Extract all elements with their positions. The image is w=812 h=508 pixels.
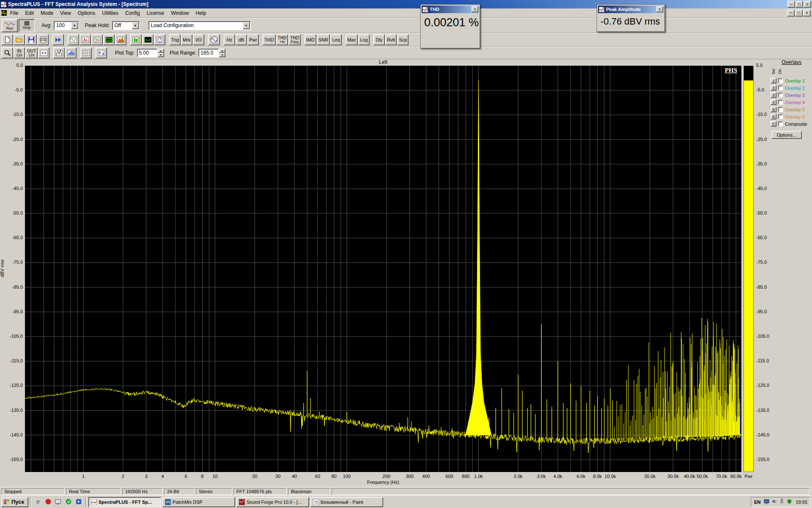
overlay-set-button-3[interactable]: 3	[771, 92, 776, 98]
peak-amplitude-close-button[interactable]: ×	[656, 6, 663, 12]
overlays-options-button[interactable]: Options...	[771, 131, 802, 139]
tray-shield-icon[interactable]	[787, 499, 792, 504]
overlay-set-button-6[interactable]: 6	[771, 114, 776, 119]
chevron-down-icon[interactable]: ▼	[132, 22, 139, 29]
menu-options[interactable]: Options	[74, 9, 99, 17]
launcher-blue-icon[interactable]	[74, 497, 83, 506]
menu-window[interactable]: Window	[167, 9, 192, 17]
spectrum-plot[interactable]: PHS	[25, 66, 741, 472]
tray-volume-icon[interactable]	[771, 499, 777, 504]
overlay-on-checkbox-2[interactable]	[778, 86, 783, 90]
peak-amplitude-window[interactable]: Peak Amplitude × -0.76 dBV rms	[597, 4, 665, 32]
thd-window[interactable]: THD × 0.00201 %	[420, 4, 480, 49]
mrk-button[interactable]: Mrk	[181, 34, 192, 45]
dly-button[interactable]: Dly	[373, 34, 385, 45]
launcher-red-icon[interactable]	[44, 497, 52, 506]
pwr-button[interactable]: Pwr	[247, 34, 259, 45]
view-surface-button[interactable]	[115, 34, 126, 45]
db-button[interactable]: dB	[236, 34, 247, 45]
view-spectrum-button[interactable]	[80, 34, 91, 45]
taskbar-task-paint[interactable]: Безымянный - Paint	[310, 497, 383, 507]
open-folder-button[interactable]	[14, 34, 25, 45]
phase-polar-button[interactable]	[154, 34, 165, 45]
out12x-button[interactable]: OUT12x	[25, 47, 38, 58]
load-configuration-combo[interactable]: Load Configuration ▼	[148, 21, 251, 30]
zoom-range-button[interactable]	[38, 47, 49, 58]
minimize-button[interactable]: ─	[787, 1, 795, 8]
peak-amplitude-titlebar[interactable]: Peak Amplitude ×	[598, 6, 664, 13]
stop-button[interactable]: Stop	[19, 19, 35, 32]
trig-button[interactable]: Trig	[169, 34, 181, 45]
chevron-down-icon[interactable]: ▼	[71, 22, 78, 29]
taskbar-task-soundforge[interactable]: Sound Forge Pro 10.0 - [...	[236, 497, 309, 507]
chevron-down-icon[interactable]: ▼	[243, 22, 250, 29]
overlay-on-checkbox-C[interactable]	[778, 121, 783, 126]
overlay-on-checkbox-6[interactable]	[778, 114, 783, 119]
mdi-minimize-button[interactable]: ─	[787, 10, 795, 17]
hz-button[interactable]: Hz	[224, 34, 235, 45]
print-button[interactable]	[37, 34, 49, 45]
taskbar-task-patchmix[interactable]: PatchMix DSP	[162, 497, 235, 507]
histogram-button[interactable]	[65, 47, 77, 58]
menu-edit[interactable]: Edit	[22, 9, 37, 17]
snr-button[interactable]: SNR	[317, 34, 330, 45]
internet-explorer-icon[interactable]: e	[34, 497, 42, 506]
menu-file[interactable]: File	[7, 9, 22, 17]
taskbar-task-spectraplus[interactable]: SpectraPLUS - FFT Sp...	[88, 497, 161, 507]
io-button[interactable]: I/O	[193, 34, 204, 45]
clock[interactable]: 19:55	[796, 500, 807, 505]
avg-combo[interactable]: 100 ▼	[54, 21, 79, 30]
menu-utilities[interactable]: Utilities	[99, 9, 122, 17]
grid-table-button[interactable]	[80, 47, 92, 58]
thd-button[interactable]: THD	[263, 34, 276, 45]
plot-range-input[interactable]: 165.0	[198, 49, 219, 57]
thd-close-button[interactable]: ×	[472, 6, 478, 12]
overlay-set-button-2[interactable]: 2	[771, 85, 776, 91]
overlay-on-checkbox-3[interactable]	[778, 93, 783, 97]
overlay-on-checkbox-1[interactable]	[778, 78, 783, 83]
menu-license[interactable]: License	[143, 9, 167, 17]
tray-display-icon[interactable]	[764, 499, 769, 504]
overlay-on-checkbox-5[interactable]	[778, 107, 783, 112]
plot-range-up-button[interactable]: ▲	[219, 49, 225, 53]
imd-button[interactable]: IMD	[304, 34, 316, 45]
leq-button[interactable]: Leq	[330, 34, 342, 45]
peak-markers-button[interactable]	[53, 47, 65, 58]
launcher-green-icon[interactable]	[64, 497, 73, 506]
plot-top-input[interactable]: 5.00	[137, 49, 157, 57]
thdn-button[interactable]: THD+N	[276, 34, 288, 45]
overlay-set-button-1[interactable]: 1	[771, 78, 776, 83]
menu-view[interactable]: View	[57, 9, 74, 17]
view-spectrogram-button[interactable]	[103, 34, 115, 45]
thd-titlebar[interactable]: THD ×	[422, 6, 479, 13]
new-file-button[interactable]	[2, 34, 13, 45]
level-slider-button[interactable]	[96, 47, 107, 58]
overlay-on-checkbox-4[interactable]	[778, 100, 783, 105]
signal-generator-button[interactable]	[208, 34, 220, 45]
log-button[interactable]: Log	[358, 34, 370, 45]
menu-mode[interactable]: Mode	[37, 9, 57, 17]
mac-button[interactable]: Mac	[346, 34, 358, 45]
maximize-button[interactable]: □	[796, 1, 803, 8]
mdi-close-button[interactable]: ×	[803, 10, 811, 17]
menu-help[interactable]: Help	[192, 9, 210, 17]
start-button[interactable]: Пуск	[1, 497, 28, 507]
meter-bars-button[interactable]	[130, 34, 142, 45]
rvb-button[interactable]: Rvb	[385, 34, 397, 45]
digits-display-button[interactable]: 8.8	[142, 34, 154, 45]
fast-forward-button[interactable]	[52, 34, 64, 45]
view-waveform-button[interactable]	[68, 34, 79, 45]
thdfreq-button[interactable]: THDFreq	[288, 34, 301, 45]
tray-usb-icon[interactable]	[779, 499, 785, 504]
title-bar[interactable]: SpectraPLUS - FFT Spectral Analysis Syst…	[0, 0, 812, 8]
spectrum-canvas[interactable]	[25, 66, 741, 472]
peak-hold-combo[interactable]: Off ▼	[112, 21, 140, 30]
show-desktop-icon[interactable]	[54, 497, 63, 506]
magnifier-button[interactable]	[2, 47, 13, 58]
view-dual-button[interactable]	[91, 34, 103, 45]
mdi-restore-button[interactable]: □	[795, 10, 803, 17]
run-button[interactable]: Run	[2, 19, 18, 32]
overlay-set-button-5[interactable]: 5	[771, 107, 776, 112]
plot-range-down-button[interactable]: ▼	[219, 53, 225, 57]
plot-top-down-button[interactable]: ▼	[158, 53, 164, 57]
